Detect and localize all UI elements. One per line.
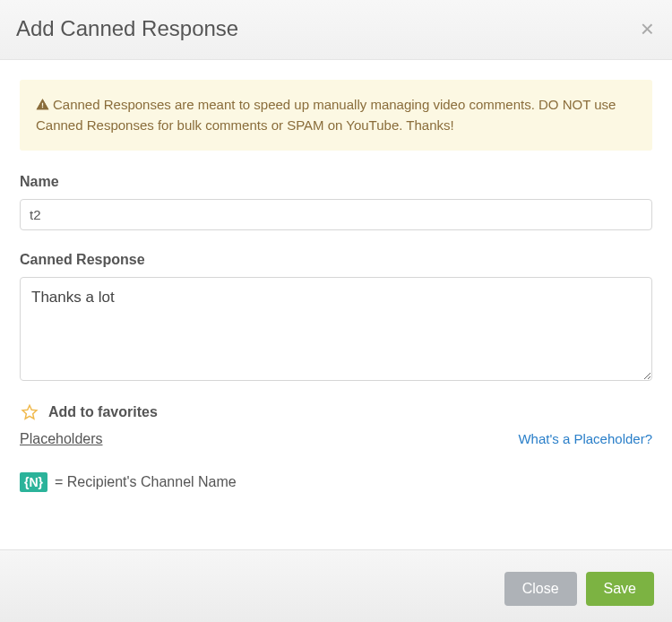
warning-icon <box>36 98 49 111</box>
modal-body: Canned Responses are meant to speed up m… <box>0 60 672 549</box>
star-icon[interactable] <box>20 402 39 422</box>
placeholder-help-link[interactable]: What's a Placeholder? <box>518 431 652 446</box>
favorites-row: Add to favorites <box>20 402 652 422</box>
modal-add-canned-response: Add Canned Response × Canned Responses a… <box>0 0 672 622</box>
placeholders-row: Placeholders What's a Placeholder? <box>20 431 652 447</box>
favorites-label[interactable]: Add to favorites <box>48 404 158 420</box>
modal-footer: Close Save <box>0 549 672 622</box>
alert-text: Canned Responses are meant to speed up m… <box>36 97 616 133</box>
placeholder-item: {N} = Recipient's Channel Name <box>20 472 652 492</box>
close-button[interactable]: Close <box>504 572 577 606</box>
placeholders-heading: Placeholders <box>20 431 103 447</box>
response-label: Canned Response <box>20 252 652 268</box>
placeholder-token[interactable]: {N} <box>20 472 47 492</box>
name-label: Name <box>20 174 652 190</box>
modal-title: Add Canned Response <box>16 16 238 41</box>
name-input[interactable] <box>20 199 652 230</box>
alert-warning: Canned Responses are meant to speed up m… <box>20 80 652 151</box>
response-textarea[interactable] <box>20 277 652 381</box>
close-icon[interactable]: × <box>641 17 654 40</box>
save-button[interactable]: Save <box>586 572 654 606</box>
modal-header: Add Canned Response × <box>0 0 672 60</box>
placeholder-description: = Recipient's Channel Name <box>55 474 237 490</box>
